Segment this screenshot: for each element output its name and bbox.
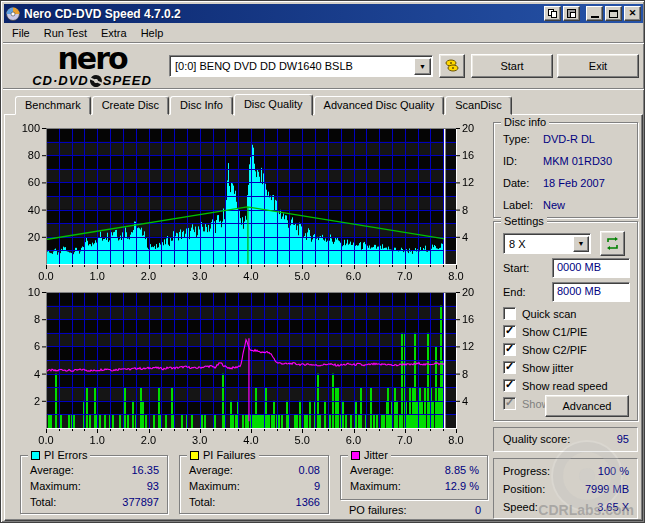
advanced-button[interactable]: Advanced xyxy=(545,395,629,417)
pi-failures-legend: PI Failures xyxy=(187,449,259,461)
pi-errors-title: PI Errors xyxy=(44,449,87,461)
po-failures-label: PO failures: xyxy=(349,504,406,516)
progress-value: 100 % xyxy=(598,465,629,477)
menu-file[interactable]: File xyxy=(5,25,37,41)
drive-select-value: [0:0] BENQ DVD DD DW1640 BSLB xyxy=(170,60,413,72)
checkbox-show-jitter[interactable]: Show jitter xyxy=(503,361,573,374)
menu-bar: File Run Test Extra Help xyxy=(5,24,170,42)
stat-label: Maximum: xyxy=(350,480,401,492)
copy-to-clipboard-button[interactable] xyxy=(544,6,561,21)
quality-score-row: Quality score: 95 xyxy=(503,433,629,445)
pi-failures-swatch xyxy=(190,451,199,460)
disc-info-group: Disc info Type: DVD-R DL ID: MKM 01RD30 … xyxy=(493,122,638,218)
progress-panel: Progress: 100 % Position: 7999 MB Speed:… xyxy=(493,458,638,519)
menu-extra[interactable]: Extra xyxy=(94,25,134,41)
speed-label: Speed: xyxy=(503,501,538,513)
menu-run-test[interactable]: Run Test xyxy=(37,25,94,41)
exit-button[interactable]: Exit xyxy=(557,54,639,78)
jitter-group: Jitter Average:8.85 % Maximum:12.9 % xyxy=(340,455,488,500)
disc-type-row: Type: DVD-R DL xyxy=(503,133,629,145)
disc-id-label: ID: xyxy=(503,155,543,167)
po-failures-row: PO failures: 0 xyxy=(349,504,481,516)
disc-id-value: MKM 01RD30 xyxy=(543,155,612,167)
save-screenshot-button[interactable] xyxy=(563,6,580,21)
progress-label: Progress: xyxy=(503,465,550,477)
checkbox-label: Show read speed xyxy=(522,380,608,392)
app-window: Nero CD-DVD Speed 4.7.0.2 ✕ File Run Tes… xyxy=(0,0,645,523)
stat-label: Maximum: xyxy=(189,480,240,492)
checkbox-show-c1-pie[interactable]: Show C1/PIE xyxy=(503,325,587,338)
stat-label: Total: xyxy=(30,496,56,508)
stat-value: 16.35 xyxy=(131,464,159,476)
menu-help[interactable]: Help xyxy=(134,25,171,41)
logo-cd-dvd: CD·DVD xyxy=(32,74,89,87)
checkbox-label: Quick scan xyxy=(522,308,576,320)
stat-value: 9 xyxy=(314,480,320,492)
stat-label: Average: xyxy=(350,464,394,476)
tab-strip: Benchmark Create Disc Disc Info Disc Qua… xyxy=(15,93,513,115)
chevron-down-icon[interactable]: ▼ xyxy=(573,236,589,252)
drive-select[interactable]: [0:0] BENQ DVD DD DW1640 BSLB ▼ xyxy=(169,55,433,77)
maximize-button[interactable] xyxy=(605,6,622,21)
checkbox-show-read-speed[interactable]: Show read speed xyxy=(503,379,608,392)
jitter-swatch xyxy=(351,451,360,460)
checkbox-box[interactable] xyxy=(503,379,516,392)
disc-date-value: 18 Feb 2007 xyxy=(543,177,605,189)
close-button[interactable]: ✕ xyxy=(624,6,641,21)
checkbox-quick-scan[interactable]: Quick scan xyxy=(503,307,576,320)
stat-label: Average: xyxy=(30,464,74,476)
speed-value: 3.65 X xyxy=(597,501,629,513)
disc-date-row: Date: 18 Feb 2007 xyxy=(503,177,629,189)
window-title: Nero CD-DVD Speed 4.7.0.2 xyxy=(24,7,542,21)
settings-group: Settings 8 X ▼ Start: 0000 MB End: 800 xyxy=(493,221,638,421)
tab-benchmark[interactable]: Benchmark xyxy=(15,96,91,115)
checkbox-box[interactable] xyxy=(503,343,516,356)
stat-value: 12.9 % xyxy=(445,480,479,492)
start-button[interactable]: Start xyxy=(471,54,553,78)
checkbox-box[interactable] xyxy=(503,307,516,320)
po-failures-value: 0 xyxy=(475,504,481,516)
disc-label-label: Label: xyxy=(503,199,543,211)
checkbox-label: Show C1/PIE xyxy=(522,326,587,338)
stat-value: 93 xyxy=(147,480,159,492)
checkbox-show-c2-pif[interactable]: Show C2/PIF xyxy=(503,343,587,356)
title-bar[interactable]: Nero CD-DVD Speed 4.7.0.2 ✕ xyxy=(4,4,643,23)
nero-logo-word: nero xyxy=(17,44,167,74)
tab-scandisc[interactable]: ScanDisc xyxy=(445,96,511,115)
pi-failures-group: PI Failures Average:0.08 Maximum:9 Total… xyxy=(179,455,329,514)
minimize-button[interactable] xyxy=(586,6,603,21)
disc-label-row: Label: New xyxy=(503,199,629,211)
maximize-icon xyxy=(609,10,618,18)
minimize-icon xyxy=(591,16,599,18)
stat-label: Maximum: xyxy=(30,480,81,492)
disc-info-title: Disc info xyxy=(501,116,549,128)
settings-title: Settings xyxy=(501,215,547,227)
refresh-icon xyxy=(605,236,620,251)
speed-row: Speed: 3.65 X xyxy=(503,501,629,513)
speed-select[interactable]: 8 X ▼ xyxy=(503,233,591,254)
disc-type-label: Type: xyxy=(503,133,543,145)
tab-create-disc[interactable]: Create Disc xyxy=(92,96,169,115)
position-row: Position: 7999 MB xyxy=(503,483,629,495)
pi-failures-jitter-chart xyxy=(20,282,484,445)
close-icon: ✕ xyxy=(629,9,637,18)
stat-value: 1366 xyxy=(296,496,320,508)
disc-type-value: DVD-R DL xyxy=(543,133,595,145)
checkbox-box[interactable] xyxy=(503,361,516,374)
speed-select-value: 8 X xyxy=(504,238,572,250)
pi-errors-chart xyxy=(20,118,484,281)
refresh-button[interactable] xyxy=(600,231,625,256)
tab-disc-info[interactable]: Disc Info xyxy=(170,96,233,115)
stat-value: 0.08 xyxy=(299,464,320,476)
jitter-title: Jitter xyxy=(364,449,388,461)
pi-failures-title: PI Failures xyxy=(203,449,256,461)
tab-disc-quality[interactable]: Disc Quality xyxy=(234,94,313,116)
checkbox-label: Show jitter xyxy=(522,362,573,374)
scan-start-field[interactable]: 0000 MB xyxy=(552,258,630,278)
scan-end-field[interactable]: 8000 MB xyxy=(552,282,630,302)
chevron-down-icon[interactable]: ▼ xyxy=(414,58,431,75)
checkbox-box[interactable] xyxy=(503,325,516,338)
tab-advanced-disc-quality[interactable]: Advanced Disc Quality xyxy=(314,96,445,115)
disc-label-value: New xyxy=(543,199,565,211)
eject-button[interactable] xyxy=(439,54,465,78)
